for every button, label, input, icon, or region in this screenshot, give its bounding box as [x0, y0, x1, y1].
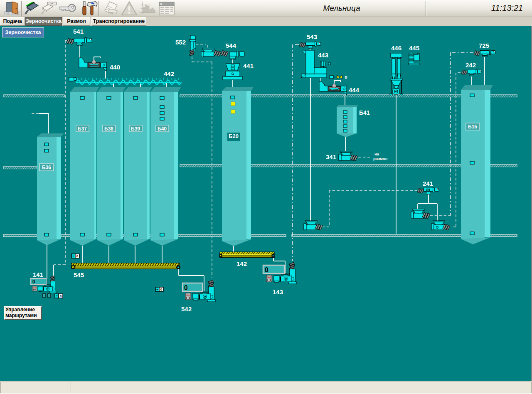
svg-text:545: 545	[74, 271, 84, 278]
svg-text:Б40: Б40	[158, 126, 167, 132]
svg-text:241: 241	[423, 180, 433, 187]
svg-text:544: 544	[226, 42, 236, 49]
svg-text:размол: размол	[373, 156, 387, 161]
svg-text:445: 445	[409, 44, 419, 52]
svg-text:на: на	[374, 152, 379, 156]
svg-text:Б20: Б20	[229, 133, 239, 139]
svg-text:725: 725	[479, 42, 489, 49]
svg-text:Б15: Б15	[468, 124, 477, 130]
svg-text:Б36: Б36	[42, 165, 51, 170]
svg-text:Б38: Б38	[104, 126, 113, 132]
svg-text:0: 0	[184, 284, 188, 292]
svg-text:443: 443	[318, 52, 328, 59]
svg-text:444: 444	[349, 86, 360, 94]
svg-text:543: 543	[307, 33, 317, 40]
svg-text:552: 552	[175, 39, 186, 46]
svg-text:142: 142	[236, 260, 247, 267]
svg-text:141: 141	[33, 271, 43, 278]
svg-text:Б41: Б41	[359, 109, 370, 116]
svg-text:446: 446	[391, 44, 401, 52]
svg-text:341: 341	[326, 153, 336, 160]
svg-text:442: 442	[164, 70, 174, 77]
svg-text:542: 542	[181, 305, 192, 313]
svg-text:0: 0	[32, 279, 35, 285]
svg-text:242: 242	[466, 62, 476, 69]
svg-text:143: 143	[273, 288, 283, 296]
svg-text:Б37: Б37	[78, 126, 87, 132]
svg-text:541: 541	[73, 28, 84, 35]
svg-text:441: 441	[243, 62, 254, 69]
svg-text:Б39: Б39	[131, 126, 140, 132]
svg-text:440: 440	[110, 64, 120, 71]
svg-text:в: в	[345, 74, 347, 79]
svg-text:0: 0	[265, 266, 268, 274]
